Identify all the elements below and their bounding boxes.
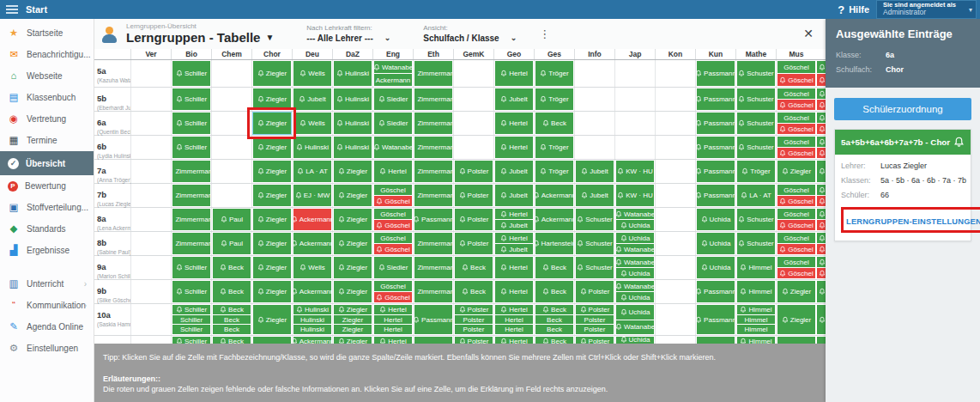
column-header-chor[interactable]: Chor <box>251 49 292 59</box>
row-header-5b[interactable]: 5b(Eberhardt Jubelt) <box>94 88 130 111</box>
sidebar-item-agenda-online[interactable]: ✎Agenda Online <box>0 316 94 338</box>
cell-9a-gemk[interactable]: Beck <box>453 256 493 279</box>
cell-8a-mus[interactable]: GöschelGöschel <box>776 208 816 231</box>
page-title-dropdown[interactable]: Lerngruppen - Tabelle▼ <box>126 30 274 45</box>
column-header-mus[interactable]: Mus <box>776 49 816 59</box>
cell-9b-info[interactable]: Polster <box>574 280 614 303</box>
cell-6b-bio[interactable]: Schiller <box>171 136 211 159</box>
row-header-9b[interactable]: 9b(Silke Göschel) <box>94 280 130 303</box>
sidebar-item-einstellungen[interactable]: ⚙Einstellungen <box>0 338 94 359</box>
cell-9b-gemk[interactable]: Beck <box>453 280 493 303</box>
cell-10b-kun[interactable]: Passmann <box>695 336 735 344</box>
partial-next-column-cell[interactable] <box>816 304 826 335</box>
row-header-10b[interactable]: 10b(Korbinian Himmel) <box>94 336 130 344</box>
cell-5b-kun[interactable]: Passmann <box>695 88 735 111</box>
cell-5a-eng[interactable]: WatanabeAckermann <box>372 60 413 87</box>
cell-9a-jap[interactable]: WatanabeUchida <box>614 256 655 279</box>
cell-9a-deu[interactable]: Wells <box>292 256 332 279</box>
cell-9a-mus[interactable]: GöschelGöschel <box>776 256 816 279</box>
cell-6b-gemk[interactable] <box>453 136 493 159</box>
cell-8b-mathe[interactable]: Schuster <box>735 232 776 255</box>
partial-next-column-cell[interactable] <box>816 60 826 87</box>
cell-5a-kun[interactable]: Passmann <box>695 60 735 87</box>
cell-6b-ges[interactable]: Tröger <box>534 136 574 159</box>
cell-9b-jap[interactable]: WatanabeUchida <box>614 280 655 303</box>
cell-9a-geo[interactable]: Hertel <box>493 256 534 279</box>
cell-8b-chem[interactable]: Paul <box>211 232 251 255</box>
cell-10b-mus[interactable]: Ziegler <box>776 336 816 344</box>
row-header-10a[interactable]: 10a(Saskia Hamm) <box>94 304 130 335</box>
cell-5b-chem[interactable] <box>211 88 251 111</box>
cell-7b-ver[interactable] <box>130 184 171 207</box>
cell-10b-info[interactable]: PolsterPolsterPolster <box>574 336 614 344</box>
cell-7b-chem[interactable] <box>211 184 251 207</box>
partial-next-column-cell[interactable] <box>816 136 826 159</box>
sidebar-item-unterricht[interactable]: ▥Unterricht› <box>0 273 94 295</box>
cell-8a-ges[interactable]: Ackermann <box>534 208 574 231</box>
cell-5a-gemk[interactable] <box>453 60 493 87</box>
cell-9b-kon[interactable] <box>655 280 695 303</box>
lerngruppe-card-header[interactable]: 5a+5b+6a+6b+7a+7b - Chor <box>835 130 971 155</box>
cell-10a-mathe[interactable]: HimmelHimmelHimmel <box>735 304 776 335</box>
cell-7b-kun[interactable]: Passmann <box>695 184 735 207</box>
cell-8b-bio[interactable]: Zimmermann <box>171 232 211 255</box>
cell-9b-daz[interactable]: Ziegler <box>332 280 372 303</box>
cell-6b-geo[interactable]: Hertel <box>493 136 534 159</box>
cell-5b-geo[interactable]: Jubelt <box>493 88 534 111</box>
cell-6a-kon[interactable] <box>655 112 695 135</box>
start-menu[interactable]: Start <box>26 4 47 15</box>
cell-5b-deu[interactable]: Jubelt <box>292 88 332 111</box>
sidebar-item-vertretung[interactable]: ◉Vertretung <box>0 108 94 130</box>
cell-5b-bio[interactable]: Schiller <box>171 88 211 111</box>
cell-10a-ver[interactable] <box>130 304 171 335</box>
cell-10a-chor[interactable]: Ziegler <box>251 304 292 335</box>
sidebar-item-standards[interactable]: ◆Standards <box>0 218 94 240</box>
user-menu[interactable]: Sie sind angemeldet als Administrator ▾ <box>876 0 977 19</box>
cell-8a-eth[interactable]: Passmann <box>413 208 453 231</box>
cell-9b-mus[interactable]: Ziegler <box>776 280 816 303</box>
column-header-jap[interactable]: Jap <box>614 49 655 59</box>
cell-8b-eng[interactable]: GöschelGöschel <box>372 232 413 255</box>
cell-7a-mathe[interactable]: Tröger <box>735 160 776 183</box>
cell-5b-mathe[interactable]: Schuster <box>735 88 776 111</box>
cell-5a-jap[interactable] <box>614 60 655 87</box>
cell-5a-info[interactable] <box>574 60 614 87</box>
cell-7a-kon[interactable] <box>655 160 695 183</box>
sidebar-item-stoffverteilung-[interactable]: ▣Stoffverteilung... <box>0 197 94 218</box>
cell-8a-geo[interactable]: HertelJubelt <box>493 208 534 231</box>
cell-9a-kun[interactable]: Uchida <box>695 256 735 279</box>
cell-5a-kon[interactable] <box>655 60 695 87</box>
cell-10a-bio[interactable]: SchillerSchillerSchiller <box>171 304 211 335</box>
sidebar-item-bewertung[interactable]: PBewertung <box>0 175 94 197</box>
cell-5b-jap[interactable] <box>614 88 655 111</box>
cell-6b-ver[interactable] <box>130 136 171 159</box>
cell-7a-gemk[interactable]: Polster <box>453 160 493 183</box>
cell-7a-chor[interactable]: Ziegler <box>251 160 292 183</box>
column-header-kun[interactable]: Kun <box>695 49 735 59</box>
cell-5b-mus[interactable]: GöschelGöschel <box>776 88 816 111</box>
cell-7a-eng[interactable]: Hertel <box>372 160 413 183</box>
cell-8b-ges[interactable]: Hartenstein <box>534 232 574 255</box>
sidebar-item-benachrichtigu-[interactable]: ✉Benachrichtigu... <box>0 44 94 65</box>
cell-10a-kun[interactable]: Passmann <box>695 304 735 335</box>
cell-6b-eth[interactable]: Zimmermann <box>413 136 453 159</box>
view-select[interactable]: Ansicht: Schulfach / Klasse⌄ <box>423 24 517 44</box>
column-header-deu[interactable]: Deu <box>292 49 332 59</box>
cell-10a-eng[interactable]: HertelHertelHertel <box>372 304 413 335</box>
cell-6b-eng[interactable]: Watanabe <box>372 136 413 159</box>
row-header-7a[interactable]: 7a(Anna Tröger) <box>94 160 130 183</box>
cell-6b-daz[interactable]: Hulinski <box>332 136 372 159</box>
cell-10b-deu[interactable]: AckermannAckermannAckermann <box>292 336 332 344</box>
row-header-5a[interactable]: 5a(Kazuha Watanabe) <box>94 60 130 87</box>
cell-9b-bio[interactable]: Schiller <box>171 280 211 303</box>
cell-7a-daz[interactable]: Ziegler <box>332 160 372 183</box>
cell-7a-kun[interactable]: Passmann <box>695 160 735 183</box>
cell-10a-chem[interactable]: BeckBeckBeck <box>211 304 251 335</box>
cell-10b-bio[interactable]: SchillerSchillerSchiller <box>171 336 211 344</box>
cell-8b-chor[interactable]: Ziegler <box>251 232 292 255</box>
cell-10a-info[interactable]: PolsterPolsterPolster <box>574 304 614 335</box>
cell-7b-geo[interactable]: Jubelt <box>493 184 534 207</box>
cell-10b-gemk[interactable]: PolsterPolsterPolster <box>453 336 493 344</box>
cell-6a-daz[interactable]: Hulinski <box>332 112 372 135</box>
hamburger-menu-icon[interactable] <box>6 5 18 14</box>
